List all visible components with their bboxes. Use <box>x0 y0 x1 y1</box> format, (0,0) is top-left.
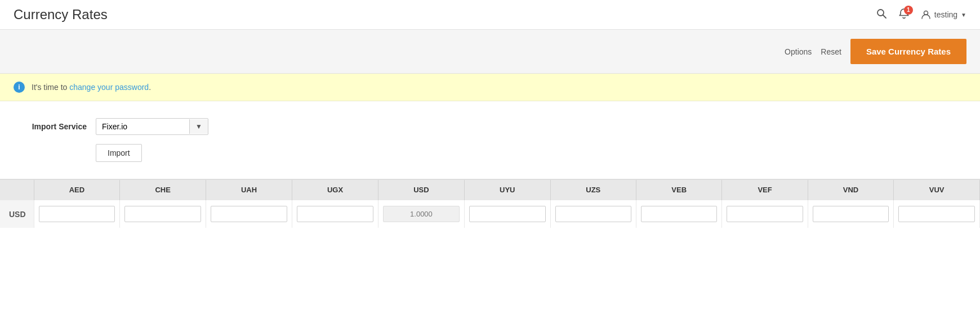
alert-banner: i It's time to change your password. <box>0 74 980 101</box>
import-service-label: Import Service <box>14 122 87 131</box>
select-arrow-icon: ▼ <box>189 119 208 134</box>
header-row: AED CHE UAH UGX USD UYU UZS VEB VEF VND … <box>0 180 980 200</box>
input-usd-usd <box>383 206 460 222</box>
currency-table-wrap: AED CHE UAH UGX USD UYU UZS VEB VEF VND … <box>0 179 980 228</box>
chevron-down-icon: ▼ <box>961 12 966 18</box>
alert-text-after: . <box>149 83 151 92</box>
import-btn-row: Import <box>14 144 966 162</box>
page-title: Currency Rates <box>14 7 108 22</box>
row-label-header <box>0 180 34 200</box>
input-usd-ugx[interactable] <box>297 206 373 222</box>
alert-text-before: It's time to <box>32 83 67 92</box>
col-veb: VEB <box>636 180 722 200</box>
col-uyu: UYU <box>464 180 550 200</box>
import-service-select[interactable]: Fixer.io Open Exchange Rates CurrencyLay… <box>96 119 189 134</box>
cell-usd-veb <box>636 200 722 228</box>
cell-usd-usd <box>378 200 465 228</box>
currency-table-header: AED CHE UAH UGX USD UYU UZS VEB VEF VND … <box>0 180 980 200</box>
import-section: Import Service Fixer.io Open Exchange Ra… <box>0 101 980 173</box>
user-menu-button[interactable]: testing ▼ <box>921 10 966 20</box>
reset-button[interactable]: Reset <box>821 47 841 56</box>
toolbar: Options Reset Save Currency Rates <box>0 30 980 74</box>
search-button[interactable] <box>876 8 887 22</box>
cell-usd-che <box>120 200 206 228</box>
input-usd-vnd[interactable] <box>813 206 889 222</box>
col-vuv: VUV <box>894 180 980 200</box>
col-uzs: UZS <box>550 180 636 200</box>
user-icon <box>921 10 931 20</box>
search-icon <box>876 8 887 19</box>
input-usd-uyu[interactable] <box>469 206 546 222</box>
col-uah: UAH <box>206 180 292 200</box>
input-usd-vuv[interactable] <box>898 206 975 222</box>
save-currency-rates-button[interactable]: Save Currency Rates <box>850 39 966 64</box>
username-label: testing <box>934 10 957 19</box>
options-button[interactable]: Options <box>785 47 812 56</box>
notification-button[interactable]: 1 <box>898 8 910 22</box>
col-aed: AED <box>34 180 120 200</box>
input-usd-uzs[interactable] <box>555 206 631 222</box>
alert-text: It's time to change your password. <box>32 83 151 92</box>
table-row: USD <box>0 200 980 228</box>
change-password-link[interactable]: change your password <box>69 83 149 92</box>
input-usd-aed[interactable] <box>39 206 115 222</box>
row-label-usd: USD <box>0 200 34 228</box>
currency-table: AED CHE UAH UGX USD UYU UZS VEB VEF VND … <box>0 180 980 228</box>
col-vef: VEF <box>722 180 808 200</box>
import-service-select-wrap: Fixer.io Open Exchange Rates CurrencyLay… <box>96 118 208 135</box>
input-usd-vef[interactable] <box>727 206 803 222</box>
info-icon: i <box>14 82 25 93</box>
cell-usd-vef <box>722 200 808 228</box>
cell-usd-uah <box>206 200 292 228</box>
top-header: Currency Rates 1 testing ▼ <box>0 0 980 30</box>
cell-usd-aed <box>34 200 120 228</box>
cell-usd-vuv <box>894 200 980 228</box>
notification-badge: 1 <box>904 6 913 15</box>
input-usd-che[interactable] <box>124 206 201 222</box>
currency-table-body: USD <box>0 200 980 228</box>
import-button[interactable]: Import <box>96 144 142 162</box>
header-right: 1 testing ▼ <box>876 8 966 22</box>
col-usd: USD <box>378 180 465 200</box>
import-row: Import Service Fixer.io Open Exchange Ra… <box>14 118 966 135</box>
cell-usd-uzs <box>550 200 636 228</box>
col-che: CHE <box>120 180 206 200</box>
cell-usd-uyu <box>464 200 550 228</box>
cell-usd-ugx <box>292 200 378 228</box>
input-usd-uah[interactable] <box>211 206 287 222</box>
input-usd-veb[interactable] <box>641 206 718 222</box>
cell-usd-vnd <box>808 200 894 228</box>
col-ugx: UGX <box>292 180 378 200</box>
col-vnd: VND <box>808 180 894 200</box>
svg-line-1 <box>883 15 886 18</box>
